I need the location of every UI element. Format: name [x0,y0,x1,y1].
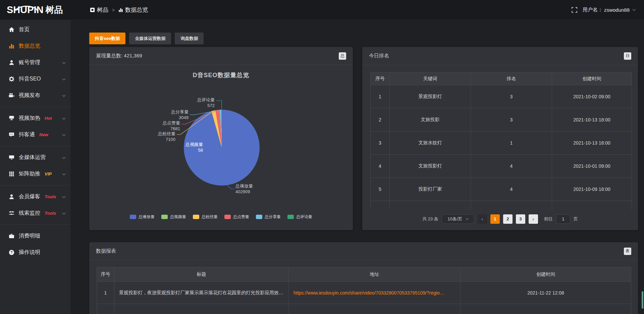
report-title-cell: 景观投影灯，夜游景观投影灯厂家展示展示落花灯在花园里的灯光投影应用效果 # [114,282,289,304]
sidebar-item-member-leads[interactable]: 会员爆客 Tools [0,189,70,205]
sidebar-item-matrix-boost[interactable]: 矩阵助推 VIP [0,166,70,182]
goto-page-input[interactable] [556,214,570,224]
bar-chart-icon [9,43,14,49]
projector-screen-icon [9,115,14,121]
main-content: 抖音seo数据 全媒体运营数据 询盘数据 展现量总数: 421,369 总 D音… [70,0,644,314]
user-icon [9,60,14,65]
home-icon [9,27,14,33]
gear-icon [9,76,14,82]
next-page-button[interactable]: › [529,214,538,224]
bar-chart-icon [118,8,123,12]
pie-chart-area: D音SEO数据量总览 总评论量572 总分享量3049 总点赞量7681 [89,65,353,230]
table-header-row: 序号 标题 地址 创建时间 [97,267,631,282]
pagination: 共 23 条 10条/页 ‹ 1 2 3 › 前往 页 [362,214,638,224]
report-panel-title: 数据报表 [96,248,116,254]
sidebar-item-instructions[interactable]: ? 操作说明 [0,244,70,261]
sidebar-item-home[interactable]: 首页 [0,21,70,38]
sidebar-divider [0,185,70,186]
page-button-3[interactable]: 3 [516,214,525,224]
table-row-partial [371,201,632,210]
fullscreen-icon[interactable] [572,7,577,13]
sidebar-divider [0,107,70,107]
monitor-icon [9,155,14,160]
help-circle-icon: ? [9,250,14,255]
pagination-total: 共 23 条 [422,216,438,222]
col-keyword: 关键词 [390,72,471,85]
tab-omni-media-data[interactable]: 全媒体运营数据 [129,33,171,44]
table-row-partial [97,304,631,314]
sidebar-item-data-overview[interactable]: 数据总览 [0,38,70,54]
table-badge-button[interactable]: 表 [624,248,631,255]
table-row[interactable]: 4 文旅投影灯 4 2021-10-01 09:00 [371,155,632,178]
sidebar-item-video-publish[interactable]: 视频发布 [0,87,70,104]
logo-text-cn: 树品 [46,4,63,16]
pie-label-comments: 总评论量572 [197,97,215,108]
page-button-2[interactable]: 2 [503,214,513,224]
breadcrumb-current[interactable]: 数据总览 [118,6,148,14]
overview-panel: 展现量总数: 421,369 总 D音SEO数据量总览 总评论量572 [89,47,353,230]
sidebar-divider [0,224,70,225]
ranking-panel-title: 今日排名 [369,53,389,59]
username-label: 用户名： [583,7,603,13]
sidebar-item-spending-details[interactable]: 消费明细 [0,228,70,244]
breadcrumb-separator: > [112,7,115,13]
table-row[interactable]: 2 文旅投影 3 2021-10-13 18:00 [371,108,632,132]
total-badge-button[interactable]: 总 [339,52,346,60]
day-badge-button[interactable]: 日 [624,52,631,60]
page-button-1[interactable]: 1 [490,214,500,224]
overview-panel-header: 展现量总数: 421,369 总 [89,47,353,65]
ranking-panel: 今日排名 日 序号 关键词 排名 创建时间 1 景观投影灯 [362,47,638,230]
chart-legend: 总播放量 总视频量 总粉丝量 总点赞量 总分享量 [89,214,353,220]
legend-item-comments[interactable]: 总评论量 [287,214,312,220]
goto-unit: 页 [574,216,578,222]
sidebar-item-account-management[interactable]: 账号管理 [0,54,70,71]
legend-swatch [130,215,136,219]
chevron-down-icon [62,172,66,175]
ranking-panel-header: 今日排名 日 [362,47,638,65]
legend-item-likes[interactable]: 总点赞量 [224,214,249,220]
legend-item-plays[interactable]: 总播放量 [130,214,155,220]
report-table: 序号 标题 地址 创建时间 1 景观投影灯，夜游景观投影灯厂家展示展示落花灯在花… [97,267,631,314]
table-row[interactable]: 5 投影灯厂家 4 2021-10-09 18:00 [371,178,632,201]
chevron-down-icon [62,133,66,136]
col-rank: 排名 [471,72,552,85]
sidebar-item-video-heat[interactable]: 视频加热 Hot [0,110,70,126]
pie-label-shares: 总分享量3049 [171,109,189,120]
data-source-tabs: 抖音seo数据 全媒体运营数据 询盘数据 [89,33,638,44]
new-badge: New [39,132,48,137]
tab-inquiry-data[interactable]: 询盘数据 [175,33,204,44]
table-header-row: 序号 关键词 排名 创建时间 [371,72,632,85]
user-dropdown-chevron-icon[interactable] [633,8,636,11]
app-logo: SHUPIN 树品 [0,4,70,16]
pie-label-plays: 总播放量402909 [235,183,253,195]
report-url-link[interactable]: https://www.iesdouyin.com/share/video/70… [293,290,444,296]
legend-swatch [193,215,199,219]
legend-item-videos[interactable]: 总视频量 [161,214,186,220]
sidebar-item-douyin-seo[interactable]: 抖音SEO [0,71,70,87]
sidebar-item-clue-monitor[interactable]: 线索监控 Tools [0,205,70,221]
col-index: 序号 [97,267,114,282]
pie-label-likes: 总点赞量7681 [163,120,180,132]
pie-label-videos: 总视频量58 [185,142,203,153]
breadcrumb-root[interactable]: 树品 [90,6,108,14]
tab-douyin-seo-data[interactable]: 抖音seo数据 [89,33,125,44]
tools-badge: Tools [45,211,56,216]
chat-bubble-icon [9,132,14,138]
table-row[interactable]: 3 文旅水纹灯 1 2021-10-13 18:00 [371,132,632,155]
sidebar-item-doukeitong[interactable]: 抖客通 New [0,126,70,143]
table-row[interactable]: 1 景观投影灯，夜游景观投影灯厂家展示展示落花灯在花园里的灯光投影应用效果 # … [97,282,631,304]
table-row[interactable]: 1 景观投影灯 3 2021-10-02 09:00 [371,85,632,108]
legend-item-shares[interactable]: 总分享量 [256,214,281,220]
prev-page-button[interactable]: ‹ [478,214,487,224]
sidebar-item-omni-media[interactable]: 全媒体运营 [0,149,70,166]
scrollbar-thumb[interactable] [642,291,643,309]
vip-badge: VIP [45,171,52,176]
ranking-table: 序号 关键词 排名 创建时间 1 景观投影灯 3 2021-10-02 09:0… [370,72,632,210]
username-value[interactable]: zswodun88 [604,7,630,13]
chevron-down-icon [62,77,66,80]
sidebar: 首页 数据总览 账号管理 抖音SEO 视频发布 视频加热 Hot [0,20,70,314]
breadcrumb: 树品 > 数据总览 [90,6,148,14]
legend-item-fans[interactable]: 总粉丝量 [193,214,218,220]
legend-swatch [224,215,231,219]
page-size-select[interactable]: 10条/页 [442,214,474,224]
